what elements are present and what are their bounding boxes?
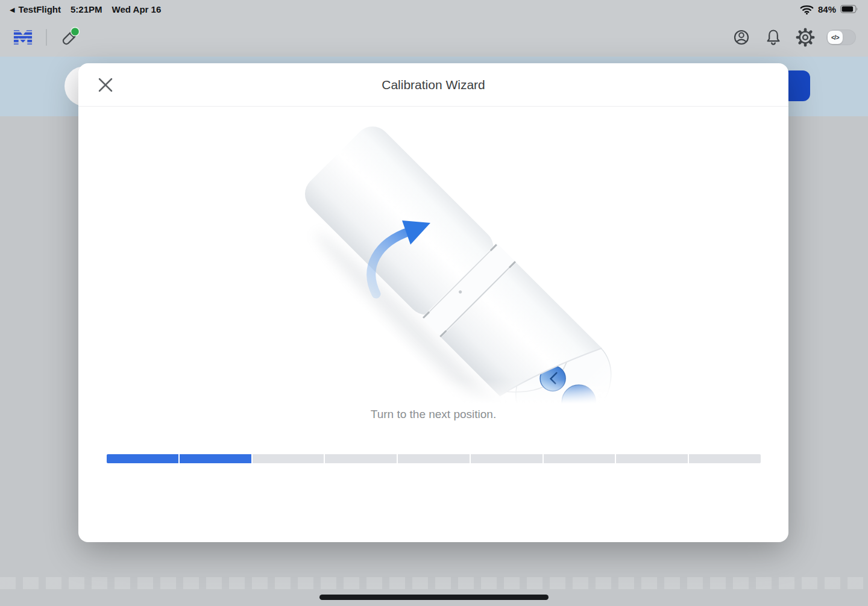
home-indicator[interactable] <box>319 595 549 600</box>
settings-gear-icon[interactable] <box>794 27 816 48</box>
back-app-label: TestFlight <box>18 4 61 14</box>
status-bar: ◀ TestFlight 5:21PM Wed Apr 16 84% <box>0 0 868 18</box>
background-keys-strip <box>0 577 868 589</box>
code-icon: </> <box>828 31 843 44</box>
app-toolbar: </> <box>0 18 868 57</box>
progress-bar <box>107 454 761 463</box>
probe-status-icon[interactable] <box>59 27 81 48</box>
toolbar-divider <box>46 29 47 46</box>
progress-segment <box>616 454 688 463</box>
progress-segment <box>544 454 615 463</box>
battery-icon <box>840 5 858 13</box>
calibration-wizard-modal: Calibration Wizard <box>78 63 788 542</box>
developer-mode-toggle[interactable]: </> <box>826 30 856 45</box>
wifi-icon <box>800 4 814 14</box>
modal-header: Calibration Wizard <box>78 63 788 107</box>
app-logo-icon[interactable] <box>12 28 34 46</box>
back-triangle-icon: ◀ <box>10 5 14 13</box>
progress-segment <box>689 454 761 463</box>
probe-rotation-illustration <box>277 120 627 404</box>
status-date: Wed Apr 16 <box>112 4 162 14</box>
notifications-bell-icon[interactable] <box>763 27 784 48</box>
progress-segment <box>253 454 324 463</box>
back-to-app[interactable]: ◀ TestFlight <box>10 4 61 14</box>
close-button[interactable] <box>95 74 116 96</box>
progress-segment <box>107 454 178 463</box>
account-icon[interactable] <box>731 27 752 48</box>
progress-segment <box>180 454 251 463</box>
modal-title: Calibration Wizard <box>382 78 485 92</box>
status-time: 5:21PM <box>71 4 102 14</box>
progress-segment <box>398 454 470 463</box>
battery-percent: 84% <box>818 4 836 14</box>
progress-segment <box>471 454 542 463</box>
close-icon <box>97 77 114 93</box>
instruction-caption: Turn to the next position. <box>78 408 788 421</box>
progress-segment <box>325 454 397 463</box>
